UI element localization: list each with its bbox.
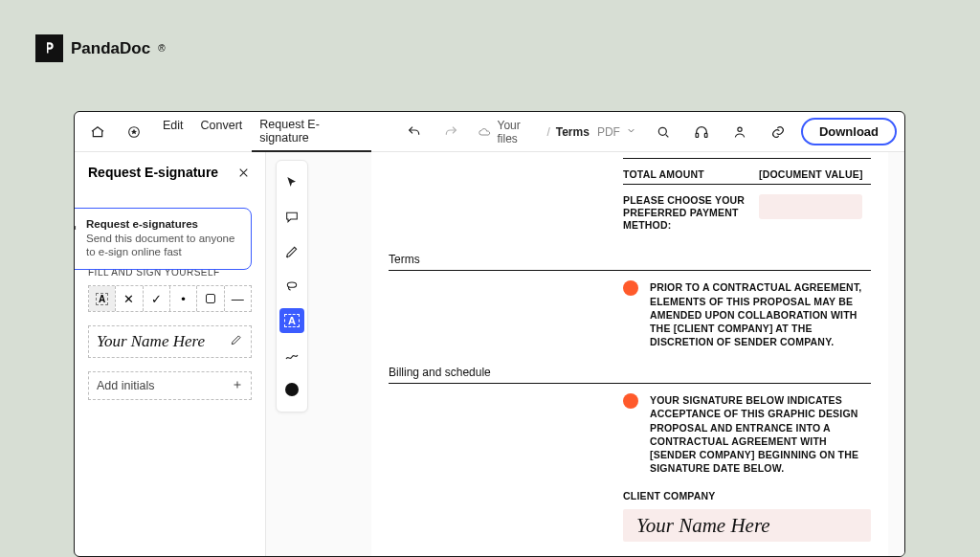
payment-label: PLEASE CHOOSE YOUR PREFERRED PAYMENT MET… bbox=[623, 194, 747, 232]
menu-edit[interactable]: Edit bbox=[155, 112, 191, 139]
brand-mark-icon bbox=[35, 34, 63, 62]
search-icon[interactable] bbox=[648, 119, 679, 145]
redo-icon[interactable] bbox=[435, 119, 466, 145]
callout-desc: Send this document to anyone to e-sign o… bbox=[86, 232, 239, 259]
home-icon[interactable] bbox=[82, 119, 113, 145]
tool-check-icon[interactable]: ✓ bbox=[143, 286, 169, 311]
close-icon[interactable] bbox=[234, 164, 252, 181]
payment-method-field[interactable] bbox=[759, 194, 862, 219]
tool-select-icon[interactable] bbox=[279, 170, 304, 195]
menubar: Edit Convert Request E-signature Your fi… bbox=[75, 112, 904, 152]
bullet-icon bbox=[623, 393, 638, 409]
brand-name: PandaDoc bbox=[71, 39, 150, 58]
account-icon[interactable] bbox=[724, 119, 755, 145]
tool-highlight-icon[interactable] bbox=[279, 239, 304, 264]
app-window: Edit Convert Request E-signature Your fi… bbox=[74, 111, 905, 557]
document-canvas[interactable]: TOTAL AMOUNT [DOCUMENT VALUE] PLEASE CHO… bbox=[266, 152, 904, 556]
tool-lasso-icon[interactable] bbox=[279, 274, 304, 299]
breadcrumb[interactable]: Your files / Terms PDF bbox=[478, 119, 635, 145]
breadcrumb-format: PDF bbox=[597, 125, 620, 139]
tool-dot-icon[interactable]: • bbox=[169, 286, 196, 311]
plus-icon bbox=[232, 379, 243, 393]
section-billing-title: Billing and schedule bbox=[389, 366, 871, 379]
client-signature-field[interactable]: Your Name Here bbox=[623, 509, 871, 542]
svg-rect-3 bbox=[704, 133, 707, 137]
breadcrumb-current: Terms bbox=[556, 125, 590, 139]
cloud-icon bbox=[478, 124, 491, 139]
svg-rect-2 bbox=[696, 133, 699, 137]
client-signature-value: Your Name Here bbox=[636, 514, 770, 538]
menu-convert[interactable]: Convert bbox=[193, 112, 251, 139]
tool-circle-icon[interactable] bbox=[196, 286, 223, 311]
tool-text-icon[interactable]: A bbox=[279, 308, 304, 333]
signature-input[interactable]: Your Name Here bbox=[88, 325, 252, 358]
menu-request-esignature[interactable]: Request E-signature bbox=[252, 112, 371, 152]
svg-point-4 bbox=[738, 127, 742, 131]
undo-icon[interactable] bbox=[399, 119, 430, 145]
bullet-icon bbox=[623, 280, 638, 296]
breadcrumb-root: Your files bbox=[498, 119, 542, 145]
pencil-icon[interactable] bbox=[230, 333, 243, 350]
signature-value: Your Name Here bbox=[97, 332, 224, 351]
total-value: [DOCUMENT VALUE] bbox=[759, 168, 871, 180]
initials-input[interactable]: Add initials bbox=[88, 371, 252, 400]
total-label: TOTAL AMOUNT bbox=[623, 168, 747, 180]
request-esign-callout[interactable]: Request e-signatures Send this document … bbox=[74, 208, 252, 270]
tool-cross-icon[interactable]: ✕ bbox=[115, 286, 142, 311]
svg-point-1 bbox=[658, 127, 666, 135]
callout-title: Request e-signatures bbox=[86, 218, 239, 230]
sidepanel-title: Request E-signature bbox=[88, 165, 218, 180]
headphones-icon[interactable] bbox=[686, 119, 717, 145]
tool-draw-icon[interactable] bbox=[279, 343, 304, 368]
tool-line-icon[interactable]: — bbox=[224, 286, 251, 311]
esign-people-icon bbox=[74, 222, 78, 241]
initials-label: Add initials bbox=[97, 379, 154, 392]
tool-textbox-icon[interactable]: A bbox=[89, 286, 115, 311]
section-terms-title: Terms bbox=[389, 253, 871, 266]
terms-text: PRIOR TO A CONTRACTUAL AGREEMENT, ELEMEN… bbox=[650, 280, 871, 348]
link-icon[interactable] bbox=[763, 119, 793, 145]
vertical-toolbox: A bbox=[276, 160, 308, 412]
download-button[interactable]: Download bbox=[801, 118, 897, 145]
chevron-down-icon[interactable] bbox=[626, 125, 636, 139]
document-page: TOTAL AMOUNT [DOCUMENT VALUE] PLEASE CHO… bbox=[371, 152, 888, 556]
tool-color-icon[interactable] bbox=[279, 377, 304, 402]
fill-sign-tools: A ✕ ✓ • — bbox=[88, 285, 252, 312]
client-company-label: CLIENT COMPANY bbox=[623, 490, 871, 501]
billing-text: YOUR SIGNATURE BELOW INDICATES ACCEPTANC… bbox=[650, 393, 871, 475]
star-icon[interactable] bbox=[119, 119, 149, 145]
svg-point-5 bbox=[287, 282, 296, 287]
brand-logo: PandaDoc® bbox=[35, 34, 166, 62]
tool-comment-icon[interactable] bbox=[279, 205, 304, 230]
